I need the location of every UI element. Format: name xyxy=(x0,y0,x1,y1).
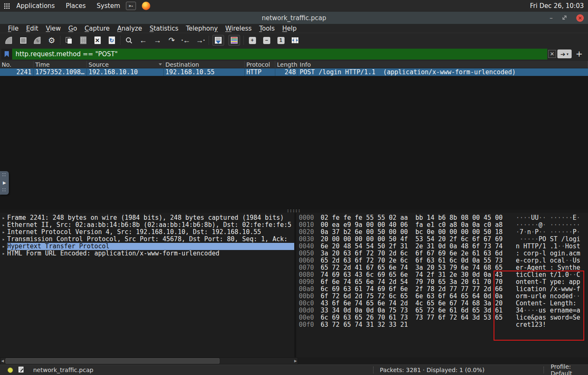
menu-help[interactable]: Help xyxy=(279,25,301,32)
expand-triangle-icon[interactable]: ▸ xyxy=(0,221,7,229)
filter-clear-icon[interactable]: ✕ xyxy=(548,50,556,58)
desktop-drawer-handle[interactable]: ▶ xyxy=(0,171,9,195)
auto-scroll-icon[interactable] xyxy=(210,34,226,46)
hex-row[interactable]: 000002 fe fe fe 55 55 02 aa bb 14 b6 8b … xyxy=(296,214,588,221)
column-header-info[interactable]: Info xyxy=(298,61,588,68)
hex-offset: 00f0 xyxy=(299,321,316,328)
menu-view[interactable]: View xyxy=(42,25,65,32)
capture-options-icon[interactable]: ⚙ xyxy=(44,34,59,46)
column-header-destination[interactable]: Destination xyxy=(164,61,245,68)
zoom-in-icon[interactable]: + xyxy=(245,34,259,46)
expand-triangle-icon[interactable]: ▸ xyxy=(0,243,7,250)
close-file-icon[interactable]: ✕ xyxy=(90,34,105,46)
column-header-length[interactable]: Length xyxy=(275,61,298,68)
menu-wireless[interactable]: Wireless xyxy=(222,25,256,32)
hex-row[interactable]: 003020 00 00 00 00 00 50 4f 53 54 20 2f … xyxy=(296,236,588,243)
minimize-button[interactable]: – xyxy=(550,16,553,20)
find-packet-icon[interactable] xyxy=(122,34,136,46)
detail-row[interactable]: ▸HTML Form URL Encoded: application/x-ww… xyxy=(0,250,294,257)
go-last-packet-icon[interactable]: →• xyxy=(193,34,207,46)
hex-ascii: ·····PO ST /logi xyxy=(516,236,580,243)
hex-row[interactable]: 00c043 6f 6e 74 65 6e 74 2d 4c 65 6e 67 … xyxy=(296,300,588,307)
expand-triangle-icon[interactable]: ▸ xyxy=(0,229,7,236)
hex-row[interactable]: 00406e 20 48 54 54 50 2f 31 2e 31 0d 0a … xyxy=(296,243,588,250)
packet-row-selected[interactable]: 22411757352.1098…192.168.10.10192.168.10… xyxy=(0,68,588,76)
open-file-icon[interactable] xyxy=(62,34,76,46)
detail-row[interactable]: ▸Ethernet II, Src: 02:aa:bb:14:b6:8b (02… xyxy=(0,221,294,229)
hex-row[interactable]: 00d033 34 0d 0a 0d 0a 75 73 65 72 6e 61 … xyxy=(296,307,588,314)
apps-grid-icon[interactable] xyxy=(4,3,10,9)
terminal-launcher-icon[interactable]: >- xyxy=(126,2,136,10)
column-header-no[interactable]: No. xyxy=(0,61,34,68)
stop-capture-icon[interactable] xyxy=(16,34,30,46)
hex-row[interactable]: 006065 2d 63 6f 72 70 2e 6c 6f 63 61 6c … xyxy=(296,257,588,264)
menu-telephony[interactable]: Telephony xyxy=(182,25,222,32)
menu-file[interactable]: File xyxy=(4,25,22,32)
resize-columns-icon[interactable] xyxy=(288,34,302,46)
hex-row[interactable]: 008074 69 63 43 6c 69 65 6e 74 2f 31 2e … xyxy=(296,271,588,279)
restart-capture-icon[interactable]: ↻ xyxy=(30,34,44,46)
desktop-menu-places[interactable]: Places xyxy=(66,2,86,10)
expand-triangle-icon[interactable]: ▸ xyxy=(0,214,7,221)
capture-comment-icon[interactable] xyxy=(18,366,24,374)
go-back-icon[interactable]: ← xyxy=(136,34,150,46)
filter-add-button[interactable]: + xyxy=(574,48,584,59)
detail-row[interactable]: ▸Internet Protocol Version 4, Src: 192.1… xyxy=(0,229,294,236)
scroll-left-icon[interactable]: ◀ xyxy=(0,358,5,364)
column-header-time[interactable]: Time xyxy=(34,61,87,68)
zoom-100-icon[interactable]: 1 xyxy=(274,34,288,46)
expand-triangle-icon[interactable]: ▸ xyxy=(0,236,7,243)
colorize-packets-icon[interactable] xyxy=(226,34,242,46)
hex-offset: 00c0 xyxy=(299,300,316,307)
column-header-protocol[interactable]: Protocol xyxy=(245,61,275,68)
column-header-source[interactable]: Source xyxy=(87,61,164,68)
scrollbar-thumb[interactable] xyxy=(5,358,220,364)
restore-button[interactable] xyxy=(562,14,567,22)
hex-bytes: 20 00 00 00 00 00 50 4f 53 54 20 2f 6c 6… xyxy=(321,236,505,243)
hex-ascii: ·7·n·P·· ······P· xyxy=(516,229,580,236)
firefox-launcher-icon[interactable] xyxy=(142,2,150,10)
start-capture-icon[interactable] xyxy=(2,34,16,46)
hex-offset: 0060 xyxy=(299,257,316,264)
hex-row[interactable]: 00906f 6e 74 65 6e 74 2d 54 79 70 65 3a … xyxy=(296,279,588,286)
scroll-right-icon[interactable]: ▶ xyxy=(293,358,298,364)
filter-bookmark-icon[interactable] xyxy=(1,49,12,60)
details-hscrollbar[interactable]: ◀ ▶ xyxy=(0,357,298,365)
menu-go[interactable]: Go xyxy=(65,25,81,32)
menu-edit[interactable]: Edit xyxy=(22,25,42,32)
statusbar-profile[interactable]: Profile: Default xyxy=(551,363,588,375)
go-to-packet-icon[interactable]: ↷ xyxy=(165,34,179,46)
save-file-icon[interactable] xyxy=(76,34,90,46)
menu-capture[interactable]: Capture xyxy=(81,25,114,32)
pane-splitter[interactable]: •••••••••• xyxy=(0,210,588,213)
close-button[interactable]: × xyxy=(576,14,584,22)
hex-offset: 0080 xyxy=(299,271,316,279)
reload-file-icon[interactable]: ↻ xyxy=(105,34,119,46)
hex-row[interactable]: 00e06c 69 63 65 26 70 61 73 73 77 6f 72 … xyxy=(296,314,588,321)
hex-offset: 0050 xyxy=(299,250,316,257)
detail-row[interactable]: ▸Frame 2241: 248 bytes on wire (1984 bit… xyxy=(0,214,294,221)
panel-clock[interactable]: Fri Dec 26, 10:03 xyxy=(530,2,584,10)
hex-row[interactable]: 00b06f 72 6d 2d 75 72 6c 65 6e 63 6f 64 … xyxy=(296,293,588,300)
menu-statistics[interactable]: Statistics xyxy=(146,25,182,32)
hex-row[interactable]: 00503a 20 63 6f 72 70 2d 6c 6f 67 69 6e … xyxy=(296,250,588,257)
menu-analyze[interactable]: Analyze xyxy=(113,25,146,32)
filter-apply-button[interactable]: ➔▾ xyxy=(557,49,572,58)
desktop-menu-applications[interactable]: Applications xyxy=(16,2,55,10)
menu-tools[interactable]: Tools xyxy=(256,25,279,32)
detail-row[interactable]: ▸Hypertext Transfer Protocol xyxy=(0,243,294,250)
zoom-out-icon[interactable]: − xyxy=(259,34,274,46)
expand-triangle-icon[interactable]: ▸ xyxy=(0,250,7,257)
hex-row[interactable]: 001000 ea e9 9a 00 00 40 06 fa e1 c0 a8 … xyxy=(296,221,588,229)
hex-row[interactable]: 00200a 37 b2 6e 00 50 00 00 bc 0e 00 00 … xyxy=(296,229,588,236)
hex-row[interactable]: 00a06c 69 63 61 74 69 6f 6e 2f 78 2d 77 … xyxy=(296,286,588,293)
desktop-menu-system[interactable]: System xyxy=(97,2,120,10)
detail-row[interactable]: ▸Transmission Control Protocol, Src Port… xyxy=(0,236,294,243)
expert-info-icon[interactable] xyxy=(8,367,13,373)
go-first-packet-icon[interactable]: •← xyxy=(179,34,193,46)
filter-input[interactable]: http.request.method == "POST" xyxy=(1,49,547,60)
hex-row[interactable]: 00f063 72 65 74 31 32 33 21cret123! xyxy=(296,321,588,328)
go-forward-icon[interactable]: → xyxy=(150,34,165,46)
hex-row[interactable]: 007065 72 2d 41 67 65 6e 74 3a 20 53 79 … xyxy=(296,264,588,271)
hex-ascii: ticClien t/1.0··C xyxy=(516,271,580,279)
